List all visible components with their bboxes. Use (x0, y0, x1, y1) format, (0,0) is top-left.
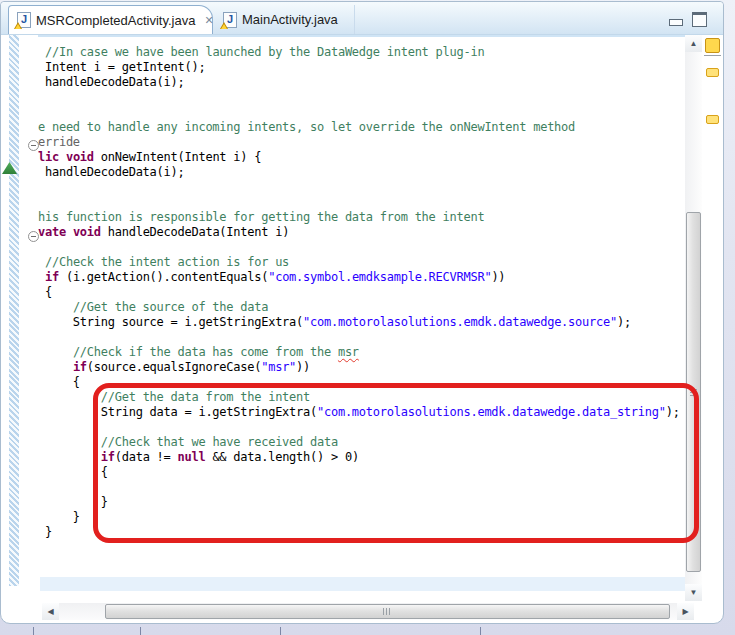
bottom-panel-edge-tick (33, 627, 34, 635)
scroll-right-button[interactable]: ▶ (677, 603, 694, 620)
code-line: vate void handleDecodeData(Intent i) (38, 225, 685, 240)
editor-tab-bar: J MSRCompletedActivity.java ✕ J MainActi… (1, 2, 723, 35)
scroll-down-icon: ▼ (690, 588, 698, 597)
thumb-grip (690, 389, 697, 397)
code-line: //Get the source of the data (38, 300, 685, 315)
code-line (38, 330, 685, 345)
code-line: String data = i.getStringExtra("com.moto… (38, 405, 685, 420)
code-line: handleDecodeData(i); (38, 165, 685, 180)
code-line: if (i.getAction().contentEquals("com.sym… (38, 270, 685, 285)
overview-ruler-separator (704, 55, 721, 56)
code-line (38, 480, 685, 495)
scroll-right-icon: ▶ (682, 607, 688, 616)
tab-label: MSRCompletedActivity.java (36, 13, 195, 28)
eclipse-editor-window: J MSRCompletedActivity.java ✕ J MainActi… (0, 0, 735, 635)
code-line: { (38, 375, 685, 390)
scroll-left-button[interactable]: ◀ (42, 603, 59, 620)
code-line: //Check that we have received data (38, 435, 685, 450)
code-line: { (38, 285, 685, 300)
scroll-up-icon: ▲ (690, 39, 698, 48)
scroll-left-icon: ◀ (47, 607, 53, 616)
code-line: } (38, 495, 685, 510)
code-line: { (38, 465, 685, 480)
code-line: if(data != null && data.length() > 0) (38, 450, 685, 465)
code-line (38, 195, 685, 210)
code-line: //Check if the data has come from the ms… (38, 345, 685, 360)
code-line: //Get the data from the intent (38, 390, 685, 405)
code-line: } (38, 525, 685, 540)
code-line: //In case we have been launched by the D… (38, 45, 685, 60)
code-line: } (38, 510, 685, 525)
code-line (38, 90, 685, 105)
minimize-button[interactable] (669, 19, 683, 26)
code-line (38, 420, 685, 435)
code-editor[interactable]: //In case we have been launched by the D… (38, 45, 685, 585)
code-line: his function is responsible for getting … (38, 210, 685, 225)
code-line: e need to handle any incoming intents, s… (38, 120, 685, 135)
bottom-panel-edge-tick (480, 627, 481, 635)
quick-diff-ruler[interactable] (9, 35, 19, 586)
header-keyline (38, 35, 685, 37)
code-line (38, 180, 685, 195)
scroll-up-button[interactable]: ▲ (685, 35, 702, 52)
tab-label: MainActivity.java (242, 12, 338, 27)
code-line: if(source.equalsIgnoreCase("msr")) (38, 360, 685, 375)
code-line: erride (38, 135, 685, 150)
bottom-panel-edge-tick (280, 627, 281, 635)
code-line: String source = i.getStringExtra("com.mo… (38, 315, 685, 330)
code-line (38, 105, 685, 120)
code-line (38, 240, 685, 255)
java-file-icon: J (223, 12, 237, 28)
warning-overlay-icon (14, 22, 22, 29)
code-line: lic void onNewIntent(Intent i) { (38, 150, 685, 165)
warning-marker[interactable] (706, 115, 719, 124)
scroll-down-button[interactable]: ▼ (685, 584, 702, 601)
tab-msrcompletedactivity-java[interactable]: J MSRCompletedActivity.java ✕ (8, 5, 213, 34)
warning-overlay-icon (220, 22, 228, 29)
maximize-button[interactable] (692, 12, 707, 27)
overview-annotations-button[interactable] (705, 38, 720, 53)
code-line: //Check the intent action is for us (38, 255, 685, 270)
view-controls (669, 12, 707, 27)
thumb-grip (383, 608, 392, 615)
tab-mainactivity-java[interactable]: J MainActivity.java (215, 5, 355, 34)
bottom-panel-edge-tick (140, 627, 141, 635)
close-tab-icon[interactable]: ✕ (204, 14, 213, 27)
java-file-icon: J (17, 12, 31, 28)
code-line: Intent i = getIntent(); (38, 60, 685, 75)
code-line: handleDecodeData(i); (38, 75, 685, 90)
warning-marker[interactable] (706, 68, 719, 77)
